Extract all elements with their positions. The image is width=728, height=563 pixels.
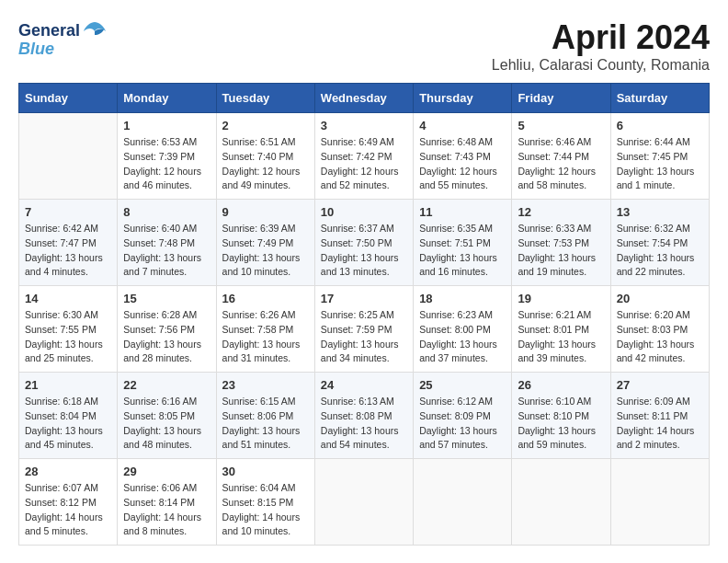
day-number: 14 <box>25 292 111 305</box>
day-number: 4 <box>419 119 506 132</box>
day-number: 19 <box>518 292 604 305</box>
day-number: 3 <box>321 119 407 132</box>
day-info: Sunrise: 6:04 AMSunset: 8:15 PMDaylight:… <box>222 482 301 536</box>
day-info: Sunrise: 6:42 AMSunset: 7:47 PMDaylight:… <box>25 223 103 277</box>
day-number: 29 <box>123 465 210 478</box>
calendar-cell: 9Sunrise: 6:39 AMSunset: 7:49 PMDaylight… <box>216 200 314 286</box>
day-info: Sunrise: 6:48 AMSunset: 7:43 PMDaylight:… <box>419 136 497 190</box>
day-number: 12 <box>518 205 604 219</box>
calendar-cell: 7Sunrise: 6:42 AMSunset: 7:47 PMDaylight… <box>19 200 118 286</box>
calendar-cell <box>19 113 118 200</box>
day-number: 6 <box>617 119 703 132</box>
calendar-cell: 20Sunrise: 6:20 AMSunset: 8:03 PMDayligh… <box>610 286 709 373</box>
day-info: Sunrise: 6:13 AMSunset: 8:08 PMDaylight:… <box>321 396 399 450</box>
day-number: 20 <box>617 292 703 305</box>
day-number: 23 <box>222 378 309 392</box>
calendar-header-row: SundayMondayTuesdayWednesdayThursdayFrid… <box>19 84 710 113</box>
day-info: Sunrise: 6:23 AMSunset: 8:00 PMDaylight:… <box>419 309 497 363</box>
calendar-cell <box>610 459 709 546</box>
header-saturday: Saturday <box>610 84 709 113</box>
calendar-cell: 4Sunrise: 6:48 AMSunset: 7:43 PMDaylight… <box>414 113 512 200</box>
day-info: Sunrise: 6:32 AMSunset: 7:54 PMDaylight:… <box>617 223 695 277</box>
day-info: Sunrise: 6:09 AMSunset: 8:11 PMDaylight:… <box>617 396 695 450</box>
calendar-cell: 25Sunrise: 6:12 AMSunset: 8:09 PMDayligh… <box>414 373 512 459</box>
day-info: Sunrise: 6:35 AMSunset: 7:51 PMDaylight:… <box>419 223 497 277</box>
day-number: 24 <box>321 378 407 392</box>
logo: General Blue <box>18 18 108 59</box>
calendar-week-row: 1Sunrise: 6:53 AMSunset: 7:39 PMDaylight… <box>19 113 710 200</box>
calendar-cell: 21Sunrise: 6:18 AMSunset: 8:04 PMDayligh… <box>19 373 118 459</box>
header-thursday: Thursday <box>414 84 512 113</box>
calendar-cell: 8Sunrise: 6:40 AMSunset: 7:48 PMDaylight… <box>118 200 216 286</box>
day-number: 10 <box>321 205 407 219</box>
day-info: Sunrise: 6:49 AMSunset: 7:42 PMDaylight:… <box>321 136 399 190</box>
calendar-cell: 18Sunrise: 6:23 AMSunset: 8:00 PMDayligh… <box>414 286 512 373</box>
day-info: Sunrise: 6:30 AMSunset: 7:55 PMDaylight:… <box>25 309 103 363</box>
day-number: 27 <box>617 378 703 392</box>
day-info: Sunrise: 6:15 AMSunset: 8:06 PMDaylight:… <box>222 396 301 450</box>
calendar-cell: 24Sunrise: 6:13 AMSunset: 8:08 PMDayligh… <box>314 373 413 459</box>
day-info: Sunrise: 6:25 AMSunset: 7:59 PMDaylight:… <box>321 309 399 363</box>
day-info: Sunrise: 6:18 AMSunset: 8:04 PMDaylight:… <box>25 396 103 450</box>
day-info: Sunrise: 6:06 AMSunset: 8:14 PMDaylight:… <box>123 482 201 536</box>
day-info: Sunrise: 6:12 AMSunset: 8:09 PMDaylight:… <box>419 396 497 450</box>
day-number: 26 <box>518 378 604 392</box>
day-info: Sunrise: 6:44 AMSunset: 7:45 PMDaylight:… <box>617 136 695 190</box>
header: General Blue April 2024 Lehliu, Calarasi… <box>18 18 710 74</box>
day-number: 16 <box>222 292 309 305</box>
calendar-cell: 30Sunrise: 6:04 AMSunset: 8:15 PMDayligh… <box>216 459 314 546</box>
day-number: 13 <box>617 205 703 219</box>
calendar-week-row: 21Sunrise: 6:18 AMSunset: 8:04 PMDayligh… <box>19 373 710 459</box>
day-number: 9 <box>222 205 309 219</box>
day-number: 25 <box>419 378 506 392</box>
day-info: Sunrise: 6:46 AMSunset: 7:44 PMDaylight:… <box>518 136 596 190</box>
calendar-cell: 2Sunrise: 6:51 AMSunset: 7:40 PMDaylight… <box>216 113 314 200</box>
calendar-cell <box>414 459 512 546</box>
calendar-cell: 5Sunrise: 6:46 AMSunset: 7:44 PMDaylight… <box>512 113 610 200</box>
day-info: Sunrise: 6:20 AMSunset: 8:03 PMDaylight:… <box>617 309 695 363</box>
day-info: Sunrise: 6:26 AMSunset: 7:58 PMDaylight:… <box>222 309 301 363</box>
day-number: 21 <box>25 378 111 392</box>
calendar-cell <box>512 459 610 546</box>
header-friday: Friday <box>512 84 610 113</box>
day-info: Sunrise: 6:33 AMSunset: 7:53 PMDaylight:… <box>518 223 596 277</box>
day-number: 5 <box>518 119 604 132</box>
logo-text-line1: General <box>18 22 80 40</box>
day-info: Sunrise: 6:51 AMSunset: 7:40 PMDaylight:… <box>222 136 301 190</box>
day-info: Sunrise: 6:21 AMSunset: 8:01 PMDaylight:… <box>518 309 596 363</box>
calendar-cell <box>314 459 413 546</box>
day-info: Sunrise: 6:40 AMSunset: 7:48 PMDaylight:… <box>123 223 201 277</box>
calendar-cell: 17Sunrise: 6:25 AMSunset: 7:59 PMDayligh… <box>314 286 413 373</box>
header-sunday: Sunday <box>19 84 118 113</box>
location-subtitle: Lehliu, Calarasi County, Romania <box>492 57 710 74</box>
calendar-cell: 3Sunrise: 6:49 AMSunset: 7:42 PMDaylight… <box>314 113 413 200</box>
day-info: Sunrise: 6:16 AMSunset: 8:05 PMDaylight:… <box>123 396 201 450</box>
calendar-week-row: 28Sunrise: 6:07 AMSunset: 8:12 PMDayligh… <box>19 459 710 546</box>
title-area: April 2024 Lehliu, Calarasi County, Roma… <box>492 18 710 74</box>
calendar-cell: 12Sunrise: 6:33 AMSunset: 7:53 PMDayligh… <box>512 200 610 286</box>
logo-bird-icon <box>82 18 108 44</box>
day-number: 8 <box>123 205 210 219</box>
day-number: 22 <box>123 378 210 392</box>
day-number: 1 <box>123 119 210 132</box>
calendar-cell: 6Sunrise: 6:44 AMSunset: 7:45 PMDaylight… <box>610 113 709 200</box>
calendar-cell: 26Sunrise: 6:10 AMSunset: 8:10 PMDayligh… <box>512 373 610 459</box>
calendar-cell: 13Sunrise: 6:32 AMSunset: 7:54 PMDayligh… <box>610 200 709 286</box>
calendar-cell: 15Sunrise: 6:28 AMSunset: 7:56 PMDayligh… <box>118 286 216 373</box>
header-tuesday: Tuesday <box>216 84 314 113</box>
month-title: April 2024 <box>492 18 710 57</box>
day-info: Sunrise: 6:28 AMSunset: 7:56 PMDaylight:… <box>123 309 201 363</box>
calendar-cell: 1Sunrise: 6:53 AMSunset: 7:39 PMDaylight… <box>118 113 216 200</box>
calendar-cell: 29Sunrise: 6:06 AMSunset: 8:14 PMDayligh… <box>118 459 216 546</box>
calendar-cell: 19Sunrise: 6:21 AMSunset: 8:01 PMDayligh… <box>512 286 610 373</box>
calendar-cell: 14Sunrise: 6:30 AMSunset: 7:55 PMDayligh… <box>19 286 118 373</box>
calendar-cell: 23Sunrise: 6:15 AMSunset: 8:06 PMDayligh… <box>216 373 314 459</box>
calendar-cell: 16Sunrise: 6:26 AMSunset: 7:58 PMDayligh… <box>216 286 314 373</box>
day-number: 2 <box>222 119 309 132</box>
day-number: 28 <box>25 465 111 478</box>
day-number: 7 <box>25 205 111 219</box>
header-wednesday: Wednesday <box>314 84 413 113</box>
day-number: 15 <box>123 292 210 305</box>
day-info: Sunrise: 6:39 AMSunset: 7:49 PMDaylight:… <box>222 223 301 277</box>
logo-text-line2: Blue <box>18 40 54 59</box>
